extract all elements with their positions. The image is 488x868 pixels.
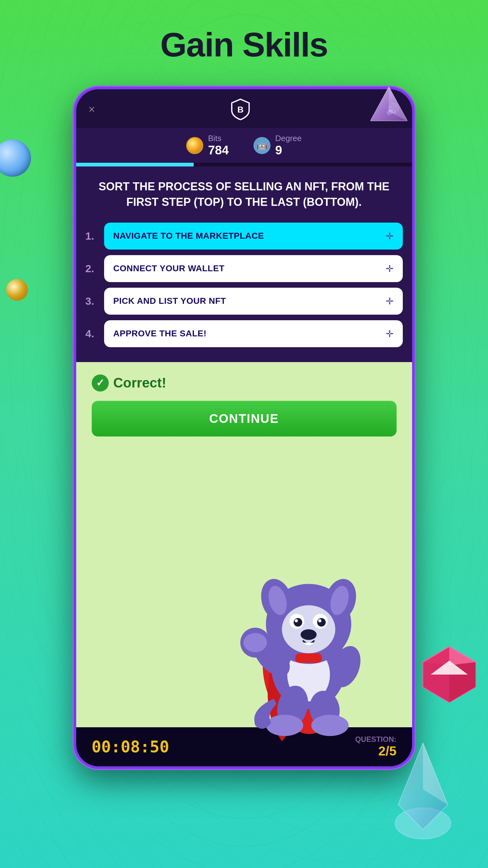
continue-label: CONTINUE <box>209 412 279 425</box>
robot-icon: 🤖 <box>254 137 270 154</box>
degree-label: Degree <box>275 134 301 143</box>
correct-text: Correct! <box>113 375 166 391</box>
svg-point-26 <box>300 629 317 640</box>
drag-icon-1: ✛ <box>386 230 393 242</box>
svg-point-24 <box>295 619 298 622</box>
app-logo: B <box>228 97 253 122</box>
page-title: Gain Skills <box>0 0 488 83</box>
answer-row-2: 2. CONNECT YOUR WALLET ✛ <box>86 255 403 282</box>
degree-value: 9 <box>275 143 301 157</box>
coin-icon <box>186 137 203 154</box>
answer-num-4: 4. <box>86 328 98 340</box>
result-area: ✓ Correct! CONTINUE <box>76 362 412 727</box>
progress-bar-container <box>76 163 412 166</box>
deco-crystal <box>389 743 457 843</box>
question-area: SORT THE PROCESS OF SELLING AN NFT, FROM… <box>76 166 412 219</box>
mascot <box>228 560 389 752</box>
answer-btn-1[interactable]: NAVIGATE TO THE MARKETPLACE ✛ <box>104 223 403 250</box>
progress-bar-fill <box>76 163 194 166</box>
answer-row-1: 1. NAVIGATE TO THE MARKETPLACE ✛ <box>86 223 403 250</box>
answer-num-3: 3. <box>86 295 98 307</box>
screen: × B 🔊 Bits 784 <box>76 89 412 766</box>
correct-badge: ✓ Correct! <box>92 374 397 392</box>
answer-btn-4[interactable]: APPROVE THE SALE! ✛ <box>104 320 403 347</box>
degree-stat: 🤖 Degree 9 <box>254 134 301 157</box>
answer-btn-2[interactable]: CONNECT YOUR WALLET ✛ <box>104 255 403 282</box>
drag-icon-2: ✛ <box>386 263 393 274</box>
bits-value: 784 <box>208 143 229 157</box>
answer-text-3: PICK AND LIST YOUR NFT <box>113 296 226 306</box>
bits-label: Bits <box>208 134 229 143</box>
answer-text-1: NAVIGATE TO THE MARKETPLACE <box>113 231 264 241</box>
drag-icon-4: ✛ <box>386 328 393 339</box>
svg-point-25 <box>318 619 321 622</box>
answer-text-4: APPROVE THE SALE! <box>113 329 207 339</box>
phone-frame: × B 🔊 Bits 784 <box>74 87 415 769</box>
deco-ball-gold <box>6 279 28 301</box>
answer-text-2: CONNECT YOUR WALLET <box>113 264 225 273</box>
answers-area: 1. NAVIGATE TO THE MARKETPLACE ✛ 2. CONN… <box>76 219 412 362</box>
continue-button[interactable]: CONTINUE <box>92 401 397 436</box>
deco-gem <box>420 644 479 707</box>
answer-num-2: 2. <box>86 262 98 275</box>
bits-stat: Bits 784 <box>186 134 229 157</box>
drag-icon-3: ✛ <box>386 296 393 307</box>
question-text: SORT THE PROCESS OF SELLING AN NFT, FROM… <box>92 179 397 210</box>
svg-point-33 <box>266 715 303 736</box>
svg-text:B: B <box>237 105 243 114</box>
top-bar: × B 🔊 <box>76 89 412 128</box>
svg-point-23 <box>317 618 326 627</box>
check-icon: ✓ <box>92 374 109 392</box>
svg-marker-3 <box>449 647 476 665</box>
deco-prism <box>370 87 408 131</box>
svg-point-29 <box>243 633 267 652</box>
svg-point-34 <box>311 715 349 736</box>
answer-num-1: 1. <box>86 230 98 242</box>
svg-rect-35 <box>295 653 322 663</box>
close-button[interactable]: × <box>89 103 95 116</box>
timer: 00:08:50 <box>92 738 169 756</box>
answer-row-4: 4. APPROVE THE SALE! ✛ <box>86 320 403 347</box>
phone-wrapper: × B 🔊 Bits 784 <box>74 87 415 769</box>
answer-row-3: 3. PICK AND LIST YOUR NFT ✛ <box>86 288 403 315</box>
stats-bar: Bits 784 🤖 Degree 9 <box>76 128 412 163</box>
svg-point-22 <box>293 618 302 627</box>
answer-btn-3[interactable]: PICK AND LIST YOUR NFT ✛ <box>104 288 403 315</box>
